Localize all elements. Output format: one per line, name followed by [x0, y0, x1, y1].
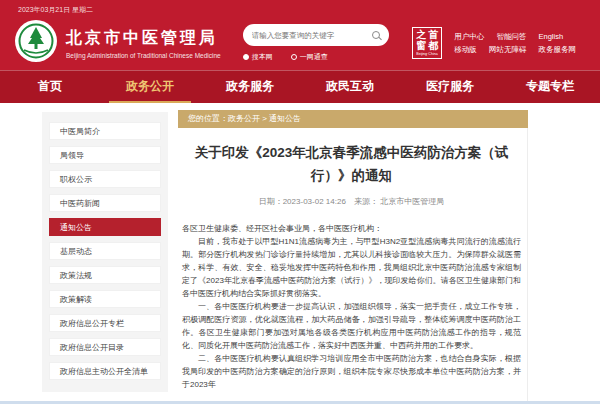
radio-selected-icon[interactable]: [243, 54, 249, 60]
capital-window-seal-icon[interactable]: 之 首 窗 都 Beijing·China: [412, 27, 442, 59]
radio-unselected-icon[interactable]: [291, 54, 297, 60]
article-source: 来源： 北京市中医管理局: [354, 197, 444, 206]
nav-medical-services[interactable]: 医疗服务: [400, 71, 500, 103]
sidebar-item-info-disclosure-list[interactable]: 政府信息主动公开全清单: [49, 362, 161, 380]
search-scope-site[interactable]: 搜本网: [243, 52, 273, 62]
link-user-center[interactable]: 用户中心: [454, 32, 484, 41]
sidebar-item-policy-interpretation[interactable]: 政策解读: [49, 290, 161, 308]
header-links: 用户中心 智能问答 English 移动版 网站无障碍 政务服务网: [454, 29, 586, 58]
site-header: 2023年03月21日 星期二 北京市中医管理局 Beijing Adminis…: [0, 0, 600, 103]
link-english[interactable]: English: [539, 32, 564, 41]
article-paragraph: 一、各中医医疗机构要进一步提高认识，加强组织领导，落实一把手责任，成立工作专班，…: [182, 300, 521, 352]
sidebar-item-tcm-news[interactable]: 中医药新闻: [49, 194, 161, 212]
sidebar-item-intro[interactable]: 中医局简介: [49, 122, 161, 140]
site-title-english: Beijing Administration of Traditional Ch…: [66, 52, 221, 59]
article-paragraph: 各区卫生健康委、经开区社会事业局，各中医医疗机构：: [182, 222, 521, 235]
search-icon[interactable]: [372, 31, 380, 39]
sidebar-item-authority[interactable]: 职权公示: [49, 170, 161, 188]
article-meta: 日期：2023-03-02 14:26 来源： 北京市中医管理局: [182, 196, 521, 207]
sidebar-item-info-disclosure-column[interactable]: 政府信息公开专栏: [49, 314, 161, 332]
nav-gov-services[interactable]: 政务服务: [200, 71, 300, 103]
nav-public-interaction[interactable]: 政民互动: [300, 71, 400, 103]
nav-home[interactable]: 首页: [0, 71, 100, 103]
article-paragraph: 二、各中医医疗机构要认真组织学习培训应用全市中医药防治方案，也结合自身实际，根据…: [182, 352, 521, 391]
agency-logo-icon: [14, 19, 58, 67]
breadcrumb[interactable]: 您的位置：政务公开 > 通知公告: [178, 110, 528, 128]
sidebar-item-policies[interactable]: 政策法规: [49, 266, 161, 284]
article-panel: 您的位置：政务公开 > 通知公告 关于印发《2023年北京春季流感中医药防治方案…: [178, 110, 528, 404]
main-nav: 首页 政务公开 政务服务 政民互动 医疗服务 专题专栏: [0, 70, 600, 103]
article-title: 关于印发《2023年北京春季流感中医药防治方案（试行）》的通知: [194, 141, 509, 187]
nav-special-topics[interactable]: 专题专栏: [500, 71, 600, 103]
sidebar-menu: 中医局简介 局领导 职权公示 中医药新闻 通知公告 基层动态 政策法规 政策解读…: [42, 112, 168, 392]
article-date: 日期：2023-03-02 14:26: [259, 197, 346, 206]
site-title: 北京市中医管理局: [66, 28, 221, 49]
sidebar-item-info-disclosure-catalog[interactable]: 政府信息公开目录: [49, 338, 161, 356]
topbar-date: 2023年03月21日 星期二: [0, 0, 600, 18]
link-mobile[interactable]: 移动版: [454, 45, 477, 54]
sidebar-item-leaders[interactable]: 局领导: [49, 146, 161, 164]
article-paragraph: 目前，我市处于以甲型H1N1流感病毒为主，与甲型H3N2亚型流感病毒共同流行的流…: [182, 235, 521, 300]
link-accessibility[interactable]: 网站无障碍: [489, 45, 527, 54]
search-area: 搜本网 一网通查: [243, 24, 389, 62]
sidebar-item-grassroots[interactable]: 基层动态: [49, 242, 161, 260]
link-gov-service[interactable]: 政务服务网: [539, 45, 577, 54]
search-scope-network[interactable]: 一网通查: [291, 52, 328, 62]
nav-gov-disclosure[interactable]: 政务公开: [100, 71, 200, 103]
search-input[interactable]: [252, 31, 372, 40]
site-brand: 北京市中医管理局 Beijing Administration of Tradi…: [66, 28, 221, 59]
sidebar-item-notices[interactable]: 通知公告: [49, 218, 161, 236]
search-box[interactable]: [243, 24, 389, 46]
article-body: 各区卫生健康委、经开区社会事业局，各中医医疗机构： 目前，我市处于以甲型H1N1…: [182, 222, 521, 391]
link-smart-qa[interactable]: 智能问答: [496, 32, 526, 41]
